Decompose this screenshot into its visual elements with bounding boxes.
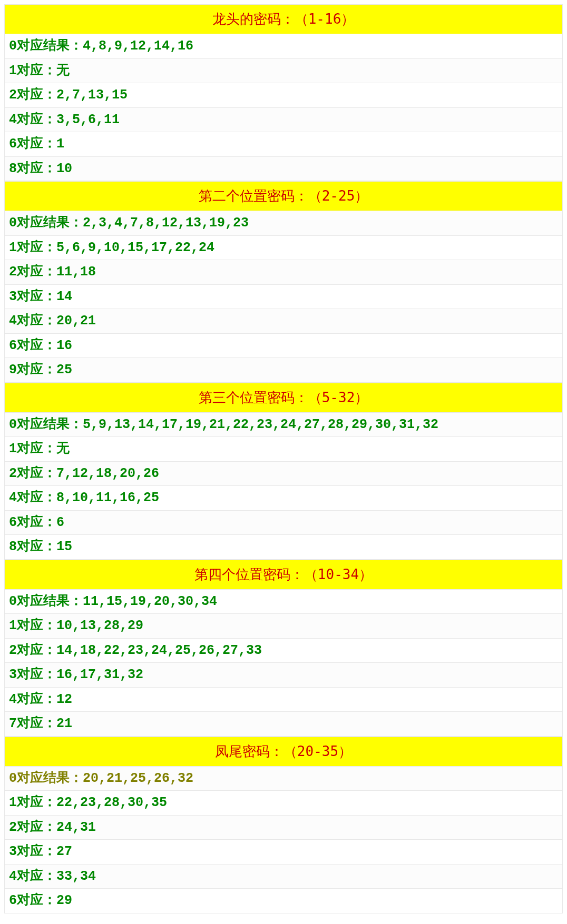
row-label: 2对应： <box>9 466 56 481</box>
row-label: 4对应： <box>9 112 56 127</box>
row-value: 无 <box>56 63 70 78</box>
row-value: 10,13,28,29 <box>56 618 143 633</box>
row-label: 4对应： <box>9 313 56 329</box>
section-header: 第四个位置密码：（10-34） <box>4 560 563 590</box>
section-header: 第三个位置密码：（5-32） <box>4 383 563 413</box>
data-row: 8对应：10 <box>4 157 563 182</box>
row-value: 2,7,13,15 <box>56 87 128 103</box>
data-row: 6对应：1 <box>4 132 563 157</box>
row-value: 8,10,11,16,25 <box>56 490 159 505</box>
data-row: 6对应：6 <box>4 511 563 535</box>
row-label: 6对应： <box>9 338 56 353</box>
row-value: 11,15,19,20,30,34 <box>83 594 217 609</box>
row-label: 6对应： <box>9 136 56 152</box>
row-value: 14,18,22,23,24,25,26,27,33 <box>56 643 262 658</box>
data-row: 4对应：33,34 <box>4 865 563 889</box>
row-value: 24,31 <box>56 820 96 835</box>
row-label: 7对应： <box>9 716 56 731</box>
row-value: 11,18 <box>56 264 96 280</box>
row-label: 6对应： <box>9 893 56 908</box>
row-label: 4对应： <box>9 869 56 884</box>
data-row: 3对应：14 <box>4 285 563 310</box>
row-label: 2对应： <box>9 820 56 835</box>
data-row: 3对应：27 <box>4 840 563 865</box>
row-value: 16 <box>56 338 72 353</box>
row-value: 22,23,28,30,35 <box>56 795 167 810</box>
row-label: 0对应结果： <box>9 215 83 231</box>
data-row: 2对应：24,31 <box>4 816 563 840</box>
row-label: 0对应结果： <box>9 417 83 432</box>
data-row: 1对应：无 <box>4 59 563 84</box>
row-label: 1对应： <box>9 618 56 633</box>
row-value: 7,12,18,20,26 <box>56 466 159 481</box>
data-row: 3对应：16,17,31,32 <box>4 663 563 688</box>
row-label: 2对应： <box>9 87 56 103</box>
section-header: 凤尾密码：（20-35） <box>4 737 563 767</box>
row-value: 6 <box>56 515 64 530</box>
data-row: 0对应结果：4,8,9,12,14,16 <box>4 34 563 59</box>
row-value: 20,21,25,26,32 <box>83 771 193 786</box>
row-label: 8对应： <box>9 161 56 176</box>
row-value: 21 <box>56 716 72 731</box>
row-label: 8对应： <box>9 539 56 554</box>
data-row: 7对应：21 <box>4 712 563 737</box>
data-row: 6对应：16 <box>4 334 563 359</box>
row-label: 3对应： <box>9 844 56 859</box>
row-value: 10 <box>56 161 72 176</box>
data-row: 8对应：15 <box>4 535 563 560</box>
row-value: 2,3,4,7,8,12,13,19,23 <box>83 215 249 231</box>
row-label: 4对应： <box>9 490 56 505</box>
data-row: 2对应：11,18 <box>4 260 563 285</box>
row-label: 1对应： <box>9 441 56 456</box>
row-value: 25 <box>56 362 72 377</box>
data-row: 0对应结果：11,15,19,20,30,34 <box>4 590 563 614</box>
data-row: 0对应结果：2,3,4,7,8,12,13,19,23 <box>4 211 563 236</box>
row-label: 3对应： <box>9 289 56 304</box>
section-header: 龙头的密码：（1-16） <box>4 4 563 34</box>
data-row: 0对应结果：5,9,13,14,17,19,21,22,23,24,27,28,… <box>4 413 563 438</box>
row-value: 33,34 <box>56 869 96 884</box>
row-value: 14 <box>56 289 72 304</box>
data-row: 4对应：3,5,6,11 <box>4 108 563 133</box>
data-row: 2对应：7,12,18,20,26 <box>4 462 563 486</box>
row-value: 无 <box>56 441 70 456</box>
main-container: 龙头的密码：（1-16）0对应结果：4,8,9,12,14,161对应：无2对应… <box>0 0 567 918</box>
row-label: 1对应： <box>9 240 56 255</box>
row-value: 4,8,9,12,14,16 <box>83 38 193 54</box>
row-label: 2对应： <box>9 643 56 658</box>
row-value: 12 <box>56 692 72 707</box>
row-value: 5,6,9,10,15,17,22,24 <box>56 240 214 255</box>
row-label: 0对应结果： <box>9 594 83 609</box>
data-row: 1对应：10,13,28,29 <box>4 614 563 639</box>
data-row: 4对应：12 <box>4 688 563 712</box>
section-header: 第二个位置密码：（2-25） <box>4 181 563 211</box>
row-label: 3对应： <box>9 667 56 682</box>
row-value: 15 <box>56 539 72 554</box>
data-row: 2对应：2,7,13,15 <box>4 83 563 108</box>
row-label: 2对应： <box>9 264 56 280</box>
row-value: 16,17,31,32 <box>56 667 143 682</box>
row-label: 1对应： <box>9 795 56 810</box>
row-value: 29 <box>56 893 72 908</box>
row-label: 6对应： <box>9 515 56 530</box>
row-label: 4对应： <box>9 692 56 707</box>
row-value: 27 <box>56 844 72 859</box>
row-value: 20,21 <box>56 313 96 329</box>
row-label: 0对应结果： <box>9 771 83 786</box>
row-value: 3,5,6,11 <box>56 112 120 127</box>
data-row: 2对应：14,18,22,23,24,25,26,27,33 <box>4 639 563 663</box>
data-row: 4对应：8,10,11,16,25 <box>4 486 563 511</box>
data-row: 1对应：22,23,28,30,35 <box>4 791 563 816</box>
row-label: 9对应： <box>9 362 56 377</box>
row-label: 0对应结果： <box>9 38 83 54</box>
data-row: 1对应：5,6,9,10,15,17,22,24 <box>4 236 563 261</box>
data-row: 1对应：无 <box>4 437 563 462</box>
data-row: 9对应：25 <box>4 358 563 383</box>
row-value: 1 <box>56 136 64 152</box>
row-value: 5,9,13,14,17,19,21,22,23,24,27,28,29,30,… <box>83 417 438 432</box>
data-row: 6对应：29 <box>4 889 563 913</box>
row-label: 1对应： <box>9 63 56 78</box>
data-row: 4对应：20,21 <box>4 309 563 334</box>
data-row: 0对应结果：20,21,25,26,32 <box>4 767 563 791</box>
